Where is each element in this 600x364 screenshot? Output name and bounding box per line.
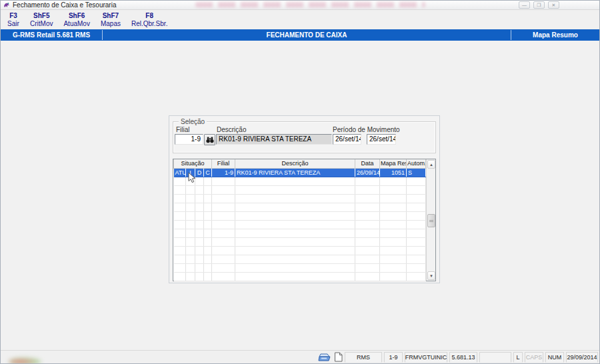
selection-panel: Seleção Filial 1-9 Descrição RK01-9 RIVI… [169, 115, 440, 283]
cell-data: 26/09/14 [355, 168, 380, 177]
statusbar-date: 29/09/2014 [566, 352, 598, 363]
minimize-icon[interactable]: — [519, 1, 530, 9]
cell-situacao-d: D [195, 168, 204, 177]
titlebar: Fechamento de Caixa e Tesouraria — ❐ ✕ [1, 1, 599, 10]
filial-lookup-button[interactable] [204, 134, 215, 145]
function-toolbar: F3 Sair ShF5 CritMov ShF6 AtuaMov ShF7 M… [1, 10, 599, 29]
table-row-selected[interactable]: ATU I D C 1-9 RK01-9 RIVIERA STA TEREZA … [174, 168, 426, 177]
caption-band: G-RMS Retail 5.681 RMS FECHAMENTO DE CAI… [1, 29, 599, 41]
statusbar-lang: L [513, 352, 523, 363]
toolbar-button-critmov[interactable]: ShF5 CritMov [25, 11, 58, 29]
printer-icon[interactable] [317, 352, 332, 362]
cell-situacao-c: C [204, 168, 212, 177]
toolbar-label: AtuaMov [63, 20, 89, 28]
filial-input[interactable]: 1-9 [175, 134, 203, 145]
table-row[interactable] [174, 237, 426, 246]
descricao-field: RK01-9 RIVIERA STA TEREZA [216, 134, 332, 145]
toolbar-button-sair[interactable]: F3 Sair [2, 11, 25, 29]
col-header-data[interactable]: Data [355, 159, 380, 168]
statusbar-blank [479, 352, 511, 363]
statusbar-num: NUM [545, 352, 564, 363]
document-icon[interactable] [334, 352, 343, 362]
table-row[interactable] [174, 220, 426, 229]
scrollbar-thumb[interactable] [427, 214, 435, 227]
cell-mapares: 1051 [380, 168, 407, 177]
col-header-autom[interactable]: Autom. [407, 159, 426, 168]
table-row[interactable] [174, 185, 426, 194]
grid-vertical-scrollbar[interactable]: ▲ ▼ [426, 159, 435, 281]
scroll-down-icon[interactable]: ▼ [427, 271, 435, 280]
cell-filial: 1-9 [212, 168, 235, 177]
statusbar-version: 5.681.13 [449, 352, 477, 363]
selecao-groupbox: Seleção Filial 1-9 Descrição RK01-9 RIVI… [173, 121, 436, 153]
toolbar-key: ShF5 [30, 12, 53, 20]
toolbar-button-relqbrsbr[interactable]: F8 Rel.Qbr.Sbr. [126, 11, 173, 29]
caption-app-version: G-RMS Retail 5.681 RMS [1, 29, 102, 41]
toolbar-key: F3 [7, 12, 19, 20]
table-row[interactable] [174, 255, 426, 263]
maximize-icon[interactable]: ❐ [533, 1, 545, 9]
groupbox-title: Seleção [179, 118, 207, 125]
col-header-mapares[interactable]: Mapa Res. [380, 159, 407, 168]
toolbar-key: F8 [131, 12, 167, 20]
grid-empty-rows [174, 177, 426, 281]
statusbar: RMS 1-9 FRMVGTUINIC 5.681.13 L CAPS NUM … [1, 350, 599, 363]
statusbar-caps: CAPS [525, 352, 543, 363]
cell-situacao-i: I [186, 168, 195, 177]
window-controls: — ❐ ✕ [519, 1, 559, 9]
periodo-label: Período de Movimento [333, 126, 400, 133]
statusbar-form: FRMVGTUINIC [405, 352, 447, 363]
window-title: Fechamento de Caixa e Tesouraria [13, 1, 116, 9]
cell-autom: S [407, 168, 426, 177]
app-window: Fechamento de Caixa e Tesouraria — ❐ ✕ F… [0, 0, 600, 364]
descricao-label: Descrição [217, 126, 246, 133]
periodo-to-input[interactable]: 26/set/14 [367, 134, 396, 145]
movements-grid: Situação Filial Descrição Data Mapa Res.… [173, 159, 436, 281]
toolbar-key: ShF6 [63, 12, 89, 20]
periodo-from-input[interactable]: 26/set/14 [333, 134, 361, 145]
toolbar-label: Rel.Qbr.Sbr. [131, 20, 167, 28]
toolbar-label: Mapas [101, 20, 121, 28]
col-header-situacao[interactable]: Situação [174, 159, 212, 168]
close-icon[interactable]: ✕ [548, 1, 559, 9]
app-icon [3, 2, 10, 8]
scroll-up-icon[interactable]: ▲ [427, 160, 435, 169]
toolbar-button-mapas[interactable]: ShF7 Mapas [95, 11, 126, 29]
filial-label: Filial [176, 126, 190, 133]
table-row[interactable] [174, 194, 426, 203]
grid-header-row: Situação Filial Descrição Data Mapa Res.… [174, 159, 426, 168]
caption-mapa-resumo: Mapa Resumo [511, 29, 599, 41]
table-row[interactable] [174, 229, 426, 237]
grid-table: Situação Filial Descrição Data Mapa Res.… [173, 159, 426, 281]
col-header-filial[interactable]: Filial [212, 159, 235, 168]
binoculars-icon [206, 137, 214, 143]
table-row[interactable] [174, 203, 426, 211]
table-row[interactable] [174, 211, 426, 220]
cell-descricao: RK01-9 RIVIERA STA TEREZA [235, 168, 355, 177]
toolbar-button-atuamov[interactable]: ShF6 AtuaMov [58, 11, 95, 29]
statusbar-app: RMS [345, 352, 382, 363]
toolbar-label: Sair [7, 20, 19, 28]
redacted-watermark [195, 2, 425, 7]
statusbar-filial: 1-9 [384, 352, 403, 363]
table-row[interactable] [174, 177, 426, 185]
page-title: FECHAMENTO DE CAIXA [103, 29, 511, 41]
table-row[interactable] [174, 272, 426, 281]
toolbar-label: CritMov [30, 20, 53, 28]
table-row[interactable] [174, 246, 426, 255]
table-row[interactable] [174, 263, 426, 272]
col-header-descricao[interactable]: Descrição [235, 159, 355, 168]
cell-situacao-atu: ATU [174, 168, 186, 177]
toolbar-key: ShF7 [101, 12, 121, 20]
